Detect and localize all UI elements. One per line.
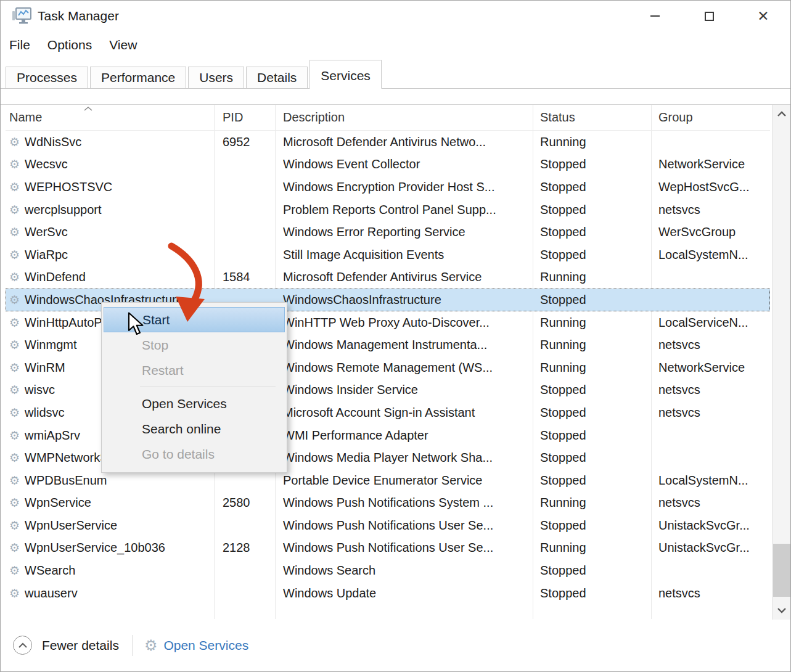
service-name: WinRM (25, 361, 65, 375)
service-name: WSearch (25, 563, 75, 578)
service-gear-icon: ⚙ (9, 407, 20, 419)
service-gear-icon: ⚙ (9, 362, 20, 374)
service-name-cell: ⚙WpnUserService_10b036 (6, 541, 214, 555)
service-gear-icon: ⚙ (9, 249, 20, 261)
service-gear-icon: ⚙ (9, 430, 20, 441)
window-title: Task Manager (38, 9, 119, 23)
service-status: Stopped (533, 563, 651, 578)
service-gear-icon: ⚙ (9, 497, 20, 509)
service-description: Problem Reports Control Panel Supp... (275, 203, 533, 217)
service-description: Windows Push Notifications User Se... (275, 541, 533, 555)
service-gear-icon: ⚙ (9, 520, 20, 531)
service-status: Stopped (533, 248, 651, 262)
table-row[interactable]: ⚙WiaRpcStill Image Acquisition EventsSto… (6, 244, 770, 266)
service-name-cell: ⚙WpnService (6, 496, 214, 510)
chevron-up-icon (777, 111, 787, 117)
open-services-link[interactable]: Open Services (163, 638, 248, 653)
minimize-button[interactable] (628, 1, 682, 31)
service-name-cell: ⚙wuauserv (6, 586, 214, 600)
context-menu-item-open-services[interactable]: Open Services (104, 391, 285, 416)
service-description: WinHTTP Web Proxy Auto-Discover... (275, 316, 533, 330)
table-row[interactable]: ⚙WpnUserService_10b0362128Windows Push N… (6, 537, 770, 560)
task-manager-window: Task Manager ✕ FileOptionsView Processes… (0, 0, 791, 672)
scroll-up-button[interactable] (773, 105, 791, 123)
table-row[interactable]: ⚙WecsvcWindows Event CollectorStoppedNet… (6, 154, 770, 176)
service-description: Windows Push Notifications User Se... (275, 518, 533, 533)
service-status: Running (533, 135, 651, 149)
title-bar: Task Manager ✕ (1, 1, 790, 31)
scrollbar-thumb[interactable] (773, 544, 790, 597)
service-status: Running (533, 270, 651, 284)
service-group: WerSvcGroup (651, 225, 769, 239)
context-menu-item-search-online[interactable]: Search online (104, 416, 285, 441)
service-status: Stopped (533, 225, 651, 239)
close-button[interactable]: ✕ (736, 1, 790, 31)
menu-bar: FileOptionsView (1, 31, 137, 59)
service-group: netsvcs (651, 383, 769, 397)
service-name: WerSvc (25, 225, 68, 239)
tab-users[interactable]: Users (188, 67, 244, 88)
table-row[interactable]: ⚙wercplsupportProblem Reports Control Pa… (6, 199, 770, 221)
service-description: Windows Insider Service (275, 383, 533, 397)
service-name: WdNisSvc (25, 135, 81, 149)
table-row[interactable]: ⚙wuauservWindows UpdateStoppednetsvcs (6, 582, 770, 605)
service-description: Still Image Acquisition Events (275, 248, 533, 262)
service-name-cell: ⚙Wecsvc (6, 157, 214, 171)
service-gear-icon: ⚙ (9, 294, 20, 306)
service-status: Running (533, 316, 651, 330)
service-name-cell: ⚙WPDBusEnum (6, 473, 214, 488)
service-name-cell: ⚙WpnUserService (6, 518, 214, 533)
service-gear-icon: ⚙ (9, 339, 20, 351)
service-gear-icon: ⚙ (9, 565, 20, 576)
menu-item-options[interactable]: Options (47, 38, 92, 52)
service-pid: 1584 (214, 270, 275, 284)
fewer-details-label[interactable]: Fewer details (42, 638, 119, 653)
scroll-down-button[interactable] (773, 601, 791, 620)
table-row[interactable]: ⚙WSearchWindows SearchStopped (6, 559, 770, 582)
table-row[interactable]: ⚙WpnService2580Windows Push Notification… (6, 492, 770, 515)
service-gear-icon: ⚙ (9, 181, 20, 193)
tab-details[interactable]: Details (246, 67, 308, 88)
table-row[interactable]: ⚙WpnUserServiceWindows Push Notification… (6, 514, 770, 537)
menu-item-view[interactable]: View (109, 38, 137, 52)
table-row[interactable]: ⚙WinDefend1584Microsoft Defender Antivir… (6, 266, 770, 289)
service-pid: 6952 (214, 135, 275, 149)
menu-item-file[interactable]: File (9, 38, 30, 52)
table-row[interactable]: ⚙WerSvcWindows Error Reporting ServiceSt… (6, 221, 770, 244)
tab-services[interactable]: Services (309, 60, 382, 89)
service-description: Windows Update (275, 586, 533, 600)
vertical-scrollbar[interactable] (772, 105, 791, 620)
maximize-icon (705, 12, 714, 21)
service-gear-icon: ⚙ (9, 158, 20, 170)
context-menu-item-start[interactable]: Start (104, 307, 285, 332)
chevron-up-circle-icon (18, 642, 28, 649)
tab-processes[interactable]: Processes (6, 67, 88, 88)
service-description: Microsoft Defender Antivirus Service (275, 270, 533, 284)
service-description: WindowsChaosInfrastructure (275, 293, 533, 307)
column-header-status[interactable]: Status (533, 110, 651, 125)
table-row[interactable]: ⚙WEPHOSTSVCWindows Encryption Provider H… (6, 176, 770, 199)
column-header-description[interactable]: Description (275, 110, 533, 125)
column-header-name[interactable]: Name (6, 110, 214, 125)
footer-bar: Fewer details ⚙ Open Services (1, 619, 790, 671)
column-header-pid[interactable]: PID (214, 110, 275, 125)
context-menu: StartStopRestartOpen ServicesSearch onli… (101, 302, 287, 473)
service-name-cell: ⚙WiaRpc (6, 248, 214, 262)
tab-performance[interactable]: Performance (90, 67, 186, 88)
service-group: LocalServiceN... (651, 316, 769, 330)
service-gear-icon: ⚙ (9, 475, 20, 486)
context-menu-item-stop: Stop (104, 332, 285, 358)
service-name: WpnUserService_10b036 (25, 541, 165, 555)
maximize-button[interactable] (682, 1, 736, 31)
service-name-cell: ⚙WinDefend (6, 270, 214, 284)
window-controls: ✕ (628, 1, 790, 31)
column-header-group[interactable]: Group (651, 110, 769, 125)
service-description: Windows Encryption Provider Host S... (275, 180, 533, 194)
service-description: WMI Performance Adapter (275, 428, 533, 443)
service-group: LocalSystemN... (651, 248, 769, 262)
table-header: NamePIDDescriptionStatusGroup (6, 105, 770, 131)
table-row[interactable]: ⚙WdNisSvc6952Microsoft Defender Antiviru… (6, 131, 770, 154)
fewer-details-button[interactable] (13, 636, 32, 655)
service-name-cell: ⚙WEPHOSTSVC (6, 180, 214, 194)
service-name: wercplsupport (25, 203, 102, 217)
